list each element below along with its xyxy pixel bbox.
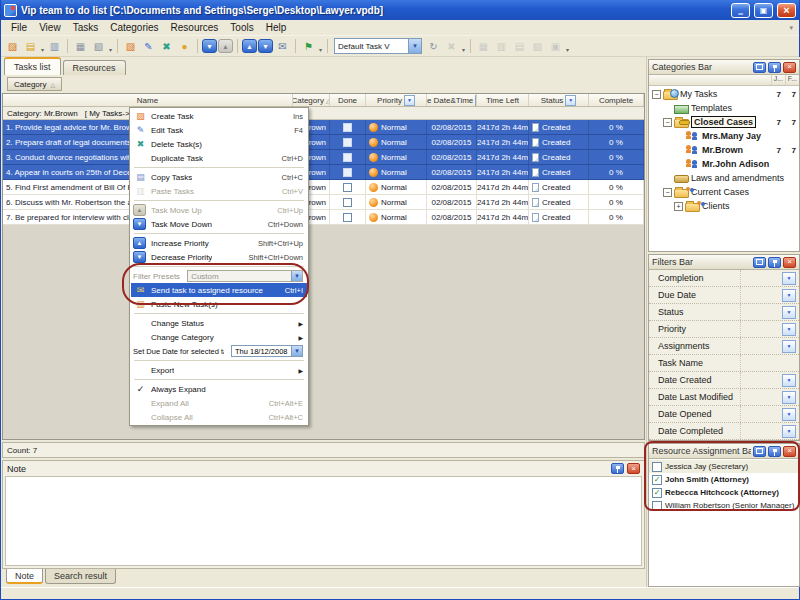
done-checkbox[interactable] xyxy=(343,213,352,222)
close-button[interactable]: × xyxy=(777,3,796,18)
context-menu-item-copy-tasks[interactable]: ▤Copy TasksCtrl+C xyxy=(131,170,307,184)
context-menu-item-paste-new-task-s[interactable]: ▥Paste New Task(s) xyxy=(131,297,307,311)
filter-row-assignments[interactable]: Assignments▼ xyxy=(649,338,799,355)
chevron-down-icon[interactable]: ▼ xyxy=(782,408,796,421)
minimize-button[interactable]: ▁ xyxy=(731,3,750,18)
toolbar-overflow-icon[interactable]: ▾ xyxy=(565,46,570,53)
menu-tools[interactable]: Tools xyxy=(224,21,259,34)
sidebar-item-closed-cases[interactable]: −Closed Cases77 xyxy=(649,115,799,129)
chevron-down-icon[interactable]: ▼ xyxy=(782,391,796,404)
column-header-priority[interactable]: Priority▼ xyxy=(366,94,427,106)
table-row[interactable]: 1. Provide legal advice for Mr. BrownMr.… xyxy=(3,120,644,135)
window-shade-icon[interactable] xyxy=(753,257,766,268)
pin-icon[interactable] xyxy=(768,446,781,457)
context-menu-item-decrease-priority[interactable]: ▼Decrease PriorityShift+Ctrl+Down xyxy=(131,250,307,264)
menu-help[interactable]: Help xyxy=(260,21,293,34)
column-header-time-left[interactable]: Time Left xyxy=(477,94,529,106)
tree-expander[interactable]: − xyxy=(663,118,672,127)
column-header-name[interactable]: Name xyxy=(3,94,293,106)
task-view-combobox[interactable]: Default Task V▼ xyxy=(334,38,422,54)
create-task-icon[interactable]: ▨ xyxy=(122,38,139,54)
resource-checkbox[interactable] xyxy=(652,462,662,472)
pin-icon[interactable] xyxy=(768,257,781,268)
tab-note[interactable]: Note xyxy=(6,569,43,584)
tree-expander[interactable]: + xyxy=(674,202,683,211)
tree-expander[interactable]: − xyxy=(663,188,672,197)
pin-icon[interactable] xyxy=(768,62,781,73)
open-list-icon[interactable]: ▤ xyxy=(22,38,39,54)
sidebar-item-mr-john-adison[interactable]: Mr.John Adison xyxy=(649,157,799,171)
apply-view-icon[interactable]: ↻ xyxy=(425,38,442,54)
send-task-icon[interactable]: ✉ xyxy=(274,38,291,54)
menu-categories[interactable]: Categories xyxy=(104,21,164,34)
filter-row-due-date[interactable]: Due Date▼ xyxy=(649,287,799,304)
due-date-combobox[interactable]: Thu 18/12/2008▼ xyxy=(231,345,303,357)
context-menu-item-set-due-date-for-selected-tasks[interactable]: Set Due Date for selected tasksThu 18/12… xyxy=(131,344,307,358)
save-icon[interactable]: ▥ xyxy=(46,38,63,54)
resource-item-william-robertson-senior-manager[interactable]: William Robertson (Senior Manager) xyxy=(649,499,799,512)
menu-overflow-icon[interactable]: ▾ xyxy=(789,24,795,32)
increase-priority-icon[interactable]: ▲ xyxy=(242,39,257,53)
context-menu-item-change-category[interactable]: Change Category▶ xyxy=(131,330,307,344)
done-checkbox[interactable] xyxy=(343,168,352,177)
resource-checkbox[interactable] xyxy=(652,501,662,511)
menu-file[interactable]: File xyxy=(5,21,33,34)
chevron-down-icon[interactable]: ▼ xyxy=(291,346,302,356)
filter-dropdown-icon[interactable]: ▼ xyxy=(565,95,576,106)
table-row[interactable]: 4. Appear in courts on 25th of DecemMr.B… xyxy=(3,165,644,180)
tree-expander[interactable]: − xyxy=(652,90,661,99)
context-menu-item-change-status[interactable]: Change Status▶ xyxy=(131,316,307,330)
context-menu-item-create-task[interactable]: ▨Create TaskIns xyxy=(131,109,307,123)
tab-search-result[interactable]: Search result xyxy=(45,569,116,584)
toolbar-overflow-icon[interactable]: ▾ xyxy=(461,46,466,53)
done-checkbox[interactable] xyxy=(343,138,352,147)
filter-row-date-opened[interactable]: Date Opened▼ xyxy=(649,406,799,423)
filter-row-date-created[interactable]: Date Created▼ xyxy=(649,372,799,389)
column-header-due-date-time[interactable]: Due Date&Time▼ xyxy=(427,94,477,106)
pin-icon[interactable] xyxy=(611,463,624,474)
done-checkbox[interactable] xyxy=(343,123,352,132)
sidebar-item-laws-and-amendments[interactable]: Laws and amendments xyxy=(649,171,799,185)
close-icon[interactable]: × xyxy=(783,446,796,457)
toolbar-overflow-icon[interactable]: ▾ xyxy=(40,46,45,53)
context-menu-item-increase-priority[interactable]: ▲Increase PriorityShift+Ctrl+Up xyxy=(131,236,307,250)
close-icon[interactable]: × xyxy=(783,62,796,73)
chevron-down-icon[interactable]: ▼ xyxy=(782,340,796,353)
delete-task-icon[interactable]: ✖ xyxy=(158,38,175,54)
new-list-icon[interactable]: ▨ xyxy=(4,38,21,54)
context-menu-item-task-move-down[interactable]: ▼Task Move DownCtrl+Down xyxy=(131,217,307,231)
filter-row-date-completed[interactable]: Date Completed▼ xyxy=(649,423,799,440)
resource-item-john-smith-attorney[interactable]: ✓John Smith (Attorney) xyxy=(649,473,799,486)
table-row[interactable]: 3. Conduct divorce negotiations withMr.B… xyxy=(3,150,644,165)
filter-row-completion[interactable]: Completion▼ xyxy=(649,270,799,287)
filter-row-status[interactable]: Status▼ xyxy=(649,304,799,321)
filter-row-task-name[interactable]: Task Name xyxy=(649,355,799,372)
window-shade-icon[interactable] xyxy=(753,446,766,457)
table-row[interactable]: 7. Be prepared for interview with clienM… xyxy=(3,210,644,225)
group-row[interactable]: Category: Mr.Brown [ My Tasks->Closed Ca… xyxy=(3,107,644,120)
sidebar-item-mrs-many-jay[interactable]: Mrs.Many Jay xyxy=(649,129,799,143)
context-menu-item-delete-task-s[interactable]: ✖Delete Task(s) xyxy=(131,137,307,151)
resource-item-rebecca-hitchcock-attorney[interactable]: ✓Rebecca Hitchcock (Attorney) xyxy=(649,486,799,499)
toolbar-overflow-icon[interactable]: ▾ xyxy=(318,46,323,53)
toolbar-overflow-icon[interactable]: ▾ xyxy=(108,46,113,53)
context-menu-item-export[interactable]: Export▶ xyxy=(131,363,307,377)
close-icon[interactable]: × xyxy=(627,463,640,474)
menu-tasks[interactable]: Tasks xyxy=(67,21,105,34)
done-checkbox[interactable] xyxy=(343,198,352,207)
tab-tasks-list[interactable]: Tasks list xyxy=(4,57,61,75)
column-header-status[interactable]: Status▼ xyxy=(529,94,589,106)
task-move-down-icon[interactable]: ▼ xyxy=(202,39,217,53)
sidebar-item-mr-brown[interactable]: Mr.Brown77 xyxy=(649,143,799,157)
resource-item-jessica-jay-secretary[interactable]: Jessica Jay (Secretary) xyxy=(649,460,799,473)
print-icon[interactable]: ▦ xyxy=(72,38,89,54)
chevron-down-icon[interactable]: ▼ xyxy=(782,323,796,336)
decrease-priority-icon[interactable]: ▼ xyxy=(258,39,273,53)
note-input[interactable] xyxy=(5,476,642,566)
context-menu-item-always-expand[interactable]: ✓Always Expand xyxy=(131,382,307,396)
chevron-down-icon[interactable]: ▼ xyxy=(782,289,796,302)
chevron-down-icon[interactable]: ▼ xyxy=(782,425,796,438)
filter-row-priority[interactable]: Priority▼ xyxy=(649,321,799,338)
sidebar-item-clients[interactable]: +Clients xyxy=(649,199,799,213)
tab-resources[interactable]: Resources xyxy=(63,60,126,75)
